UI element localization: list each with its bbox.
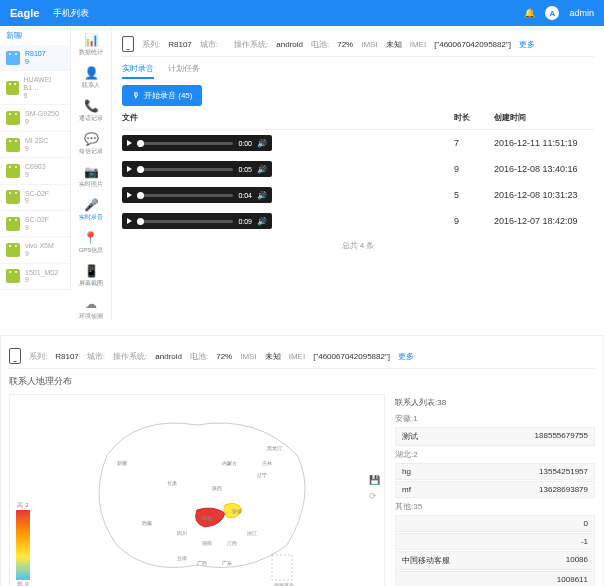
- table-footer: 总共 4 条: [122, 234, 594, 257]
- start-record-button[interactable]: 🎙 开始录音 (45): [122, 85, 202, 106]
- volume-icon[interactable]: 🔊: [257, 191, 267, 200]
- save-icon[interactable]: 💾: [369, 475, 380, 485]
- pin-icon: 📍: [83, 232, 98, 244]
- svg-text:西藏: 西藏: [142, 520, 152, 526]
- nav-contacts[interactable]: 👤联系人: [82, 67, 100, 90]
- svg-text:吉林: 吉林: [262, 460, 272, 466]
- android-icon: [6, 51, 20, 65]
- geo-panel: 系列:R8107 城市: 操作系统:android 电池:72% IMSI未知 …: [0, 335, 604, 586]
- audio-player[interactable]: 0:04🔊: [122, 187, 272, 203]
- more-link[interactable]: 更多: [519, 39, 535, 50]
- map-title: 联系人地理分布: [9, 369, 595, 394]
- contact-row[interactable]: 中国移动客服10086: [395, 551, 595, 570]
- device-item[interactable]: MI 2SC9: [0, 132, 70, 158]
- play-icon[interactable]: [127, 218, 132, 224]
- device-item[interactable]: R81079: [0, 45, 70, 71]
- android-icon: [6, 269, 20, 283]
- device-item[interactable]: SC-02F9: [0, 185, 70, 211]
- contact-row[interactable]: hg13554251957: [395, 463, 595, 480]
- contact-row[interactable]: mf13628693879: [395, 481, 595, 498]
- android-icon: [6, 217, 20, 231]
- device-item[interactable]: 1501_M029: [0, 264, 70, 290]
- device-header: 系列:R8107 城市: 操作系统:android 电池:72% IMSI未知 …: [122, 32, 594, 57]
- device-item[interactable]: HUAWEI B1…9: [0, 71, 70, 105]
- col-created: 创建时间: [494, 112, 594, 123]
- notification-icon[interactable]: 🔔: [524, 8, 535, 18]
- nav-sms[interactable]: 💬短信记录: [79, 133, 103, 156]
- refresh-icon[interactable]: ⟳: [369, 491, 380, 501]
- brand: Eagle: [10, 7, 39, 19]
- col-file: 文件: [122, 112, 454, 123]
- person-icon: 👤: [84, 67, 99, 79]
- play-icon[interactable]: [127, 192, 132, 198]
- device-header: 系列:R8107 城市: 操作系统:android 电池:72% IMSI未知 …: [9, 344, 595, 369]
- mic-icon: 🎤: [84, 199, 99, 211]
- phone-icon: 📱: [84, 265, 99, 277]
- device-os: android: [276, 40, 303, 49]
- device-imei: ["460067042095882"]: [434, 40, 511, 49]
- device-sidebar: 新聊 R81079 HUAWEI B1…9 SM-G92509 MI 2SC9 …: [0, 26, 71, 290]
- play-icon[interactable]: [127, 166, 132, 172]
- device-battery: 72%: [337, 40, 353, 49]
- contact-row[interactable]: -1: [395, 533, 595, 550]
- avatar[interactable]: A: [545, 6, 559, 20]
- nav-phones[interactable]: 手机列表: [53, 7, 89, 20]
- svg-text:四川: 四川: [177, 530, 187, 536]
- nav-calls[interactable]: 📞通话记录: [79, 100, 103, 123]
- nav-gps[interactable]: 📍GPS信息: [79, 232, 104, 255]
- svg-text:甘肃: 甘肃: [167, 480, 177, 486]
- device-item[interactable]: vivo X5M9: [0, 237, 70, 263]
- record-icon: 🎙: [132, 91, 140, 100]
- svg-text:南海诸岛: 南海诸岛: [274, 582, 294, 586]
- android-icon: [6, 81, 19, 95]
- nav-screenshot[interactable]: 📱屏幕截图: [79, 265, 103, 288]
- volume-icon[interactable]: 🔊: [257, 217, 267, 226]
- svg-text:云南: 云南: [177, 555, 187, 561]
- contact-row[interactable]: 1008611: [395, 571, 595, 586]
- svg-text:广西: 广西: [197, 560, 207, 566]
- username[interactable]: admin: [569, 8, 594, 18]
- topbar: Eagle 手机列表 🔔 A admin: [0, 0, 604, 26]
- main-content: 系列:R8107 城市: 操作系统:android 电池:72% IMSI未知 …: [112, 26, 604, 263]
- svg-rect-17: [272, 555, 292, 580]
- volume-icon[interactable]: 🔊: [257, 165, 267, 174]
- tab-realtime[interactable]: 实时录音: [122, 63, 154, 79]
- tab-scheduled[interactable]: 计划任务: [168, 63, 200, 79]
- svg-text:江西: 江西: [227, 540, 237, 546]
- device-model: R8107: [168, 40, 192, 49]
- svg-text:浙江: 浙江: [247, 530, 257, 536]
- map-legend: 高 2 低 0: [16, 501, 30, 586]
- nav-stats[interactable]: 📊数据统计: [79, 34, 103, 57]
- android-icon: [6, 190, 20, 204]
- svg-text:黑龙江: 黑龙江: [267, 445, 282, 451]
- device-item[interactable]: SC-02F9: [0, 211, 70, 237]
- table-row: 0:00🔊 7 2016-12-11 11:51:19: [122, 130, 594, 156]
- svg-text:湖南: 湖南: [202, 540, 212, 546]
- android-icon: [6, 164, 20, 178]
- play-icon[interactable]: [127, 140, 132, 146]
- audio-player[interactable]: 0:09🔊: [122, 213, 272, 229]
- phone-icon: 📞: [84, 100, 99, 112]
- contact-row[interactable]: 测试188555679755: [395, 427, 595, 446]
- more-link[interactable]: 更多: [398, 351, 414, 362]
- device-item[interactable]: SM-G92509: [0, 105, 70, 131]
- audio-player[interactable]: 0:00🔊: [122, 135, 272, 151]
- nav-env[interactable]: ☁环境侦测: [79, 298, 103, 321]
- volume-icon[interactable]: 🔊: [257, 139, 267, 148]
- svg-text:内蒙古: 内蒙古: [222, 460, 237, 466]
- tabs: 实时录音 计划任务: [122, 57, 594, 85]
- svg-text:广东: 广东: [222, 560, 232, 566]
- message-icon: 💬: [84, 133, 99, 145]
- nav-photos[interactable]: 📷实时照片: [79, 166, 103, 189]
- category-nav: 📊数据统计 👤联系人 📞通话记录 💬短信记录 📷实时照片 🎤实时录音 📍GPS信…: [71, 26, 112, 321]
- android-icon: [6, 111, 20, 125]
- device-item[interactable]: C69039: [0, 158, 70, 184]
- col-duration: 时长: [454, 112, 494, 123]
- cloud-icon: ☁: [85, 298, 97, 310]
- sidebar-refresh[interactable]: 新聊: [0, 26, 70, 45]
- contact-row[interactable]: 0: [395, 515, 595, 532]
- svg-text:安徽: 安徽: [232, 508, 242, 514]
- nav-audio[interactable]: 🎤实时录音: [79, 199, 103, 222]
- audio-player[interactable]: 0:05🔊: [122, 161, 272, 177]
- china-map[interactable]: 新疆 甘肃 西藏 四川 陕西 湖北 安徽 湖南 江西 浙江 内蒙古 黑龙江 吉林…: [9, 394, 385, 586]
